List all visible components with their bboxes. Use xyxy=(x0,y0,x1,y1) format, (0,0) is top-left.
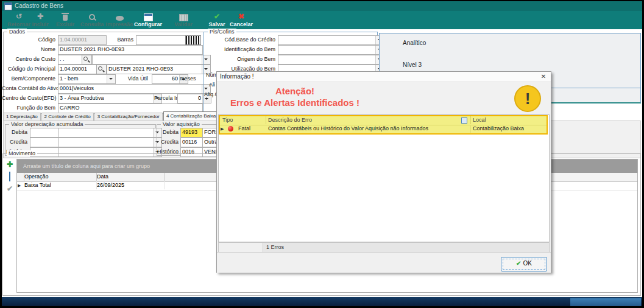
row-marker-icon: ▶ xyxy=(221,125,225,133)
nivel-text: Nível 3 xyxy=(403,61,422,68)
cod-base-credito-label: Cód.Base do Crédito xyxy=(206,37,275,43)
column-header-tipo[interactable]: Tipo xyxy=(220,116,266,124)
conta-contabil-dropdown[interactable]: 0001|Veiculos xyxy=(58,84,211,94)
vida-util-suffix: meses xyxy=(180,75,199,82)
dados-caption: Dados xyxy=(7,29,27,35)
barras-label: Barras xyxy=(105,37,133,43)
configurar-button[interactable]: Configurar xyxy=(131,12,165,29)
dep-debita-dropdown[interactable] xyxy=(58,128,162,138)
alert-text: Atenção! Erros e Alertas Identificados ! xyxy=(218,85,372,108)
fatal-dot-icon xyxy=(228,126,233,131)
cell-descricao: Contas Contábeis ou Histórico do Valor A… xyxy=(266,125,471,133)
valor-aquisicao-caption: Valor aquisição xyxy=(161,121,202,127)
centro-custo-field[interactable]: . . xyxy=(58,55,83,65)
trash-icon xyxy=(63,15,68,21)
status-bar xyxy=(2,297,642,306)
bem-componente-label: Bem/Componente xyxy=(7,75,55,82)
tab-contabilizacao-baixa[interactable]: 4 Contabilização Baixa xyxy=(163,111,219,121)
pis-cofins-caption: Pis/Cofins xyxy=(208,29,236,35)
dep-debita-label: Debita xyxy=(4,129,27,135)
ok-button-label: OK xyxy=(523,260,531,267)
error-footer-bar: 1 Erros xyxy=(218,242,550,253)
notebook-button[interactable] xyxy=(5,172,14,181)
ok-button[interactable]: ✔OK xyxy=(501,257,547,271)
codigo-principal-label: Código do Principal xyxy=(7,66,55,72)
column-header-data[interactable]: Data xyxy=(95,173,165,181)
window-title: Cadastro de Bens xyxy=(15,1,63,11)
identificacao-bem-dropdown[interactable] xyxy=(278,45,384,55)
notebook-icon xyxy=(9,172,10,181)
dep-credita-dropdown[interactable] xyxy=(58,138,162,147)
dialog-title-bar: Informação ! ✕ xyxy=(217,72,551,82)
ok-check-icon: ✔ xyxy=(516,260,521,267)
aq-credita-code-field[interactable]: 00116 xyxy=(180,138,203,147)
funcao-label: Função do Bem xyxy=(7,105,55,111)
cell-data: 26/09/2025 xyxy=(95,181,165,189)
error-highlight-box: Tipo Descrição do Erro Local ▶ Fatal Con… xyxy=(219,115,548,135)
barras-field[interactable] xyxy=(136,35,187,45)
centro-custo-dropdown[interactable] xyxy=(92,55,211,65)
conta-contabil-label: Conta Contábil do Ativo xyxy=(2,85,55,91)
aliq-partial-label: Ali xyxy=(209,82,215,88)
add-row-icon[interactable]: ✚ xyxy=(5,160,14,169)
close-icon[interactable]: ✕ xyxy=(539,72,548,81)
validate-grid-icon xyxy=(179,14,188,21)
codigo-label: Código xyxy=(7,37,55,43)
analitico-text: Analítico xyxy=(403,40,426,46)
barcode-icon[interactable] xyxy=(185,35,201,45)
dep-credita-label: Credita xyxy=(4,139,27,145)
status-bar-segment xyxy=(570,298,641,306)
movimento-caption: Movimento xyxy=(7,150,37,156)
origem-bem-dropdown[interactable] xyxy=(278,55,384,65)
codigo-principal-field[interactable]: 1.04.00001 xyxy=(58,65,98,74)
centro-custo-label: Centro de Custo xyxy=(7,56,55,62)
nome-label: Nome xyxy=(7,46,55,52)
app-icon xyxy=(4,2,12,10)
footer-indicator-cell xyxy=(219,243,263,252)
warning-icon: ! xyxy=(514,85,541,112)
column-header-local[interactable]: Local xyxy=(470,116,547,124)
nome-field[interactable]: DUSTER 2021 RHO-0E93 xyxy=(58,45,203,55)
bem-componente-dropdown[interactable]: 1 - bem xyxy=(58,74,116,84)
dep-credita-field[interactable] xyxy=(30,138,59,147)
alert-line-1: Atenção! xyxy=(218,85,372,97)
codigo-principal-dropdown[interactable]: DUSTER 2021 RHO-0E93 xyxy=(107,65,211,74)
centro-custo-efd-label: Centro de Custo(EFD) xyxy=(2,95,55,101)
origem-bem-label: Origem do Bem xyxy=(206,56,275,62)
identificacao-bem-label: Identificação do Bem xyxy=(206,46,275,52)
dep-debita-field[interactable] xyxy=(30,128,59,138)
error-row[interactable]: ▶ Fatal Contas Contábeis ou Histórico do… xyxy=(220,125,547,133)
printer-icon xyxy=(116,16,124,21)
tab-contabilizacao-fornecedor[interactable]: 3 Contabilização/Fornecedor xyxy=(94,113,163,121)
cancelar-button[interactable]: ✖ Cancelar xyxy=(224,12,258,29)
grid-customize-icon[interactable] xyxy=(461,117,467,124)
valor-depreciacao-caption: Valor depreciação acumulada xyxy=(9,121,85,127)
cell-operacao: Baixa Total xyxy=(23,181,97,189)
validar-button[interactable]: Validar xyxy=(166,12,200,29)
centro-custo-search-icon[interactable] xyxy=(82,55,92,65)
cancel-x-icon: ✖ xyxy=(224,12,258,21)
movimento-mini-toolbar: ✚ ✔ xyxy=(5,160,15,197)
informacao-dialog: Informação ! ✕ Atenção! Erros e Alertas … xyxy=(216,71,551,273)
tab-controle-credito[interactable]: 2 Controle de Crédito xyxy=(41,113,94,121)
tab-depreciacao[interactable]: 1 Depreciação xyxy=(3,113,41,121)
column-header-operacao[interactable]: Operação xyxy=(23,173,97,181)
centro-custo-efd-dropdown[interactable]: 3 - Área Produtiva xyxy=(58,94,162,103)
aq-credita-label: Credita xyxy=(157,139,179,145)
column-header-descricao[interactable]: Descrição do Erro xyxy=(266,116,471,124)
aq-debita-code-field[interactable]: 49193 xyxy=(180,128,203,138)
codigo-field[interactable]: 1.04.00001 xyxy=(58,35,107,45)
error-count: 1 Erros xyxy=(266,243,284,252)
row-marker-icon: ▶ xyxy=(18,181,23,190)
error-grid: Tipo Descrição do Erro Local ▶ Fatal Con… xyxy=(218,114,550,242)
cod-base-credito-dropdown[interactable] xyxy=(278,35,384,45)
search-icon xyxy=(89,14,96,21)
alert-line-2: Erros e Alertas Identificados ! xyxy=(218,97,372,108)
codigo-principal-search-icon[interactable] xyxy=(96,65,107,74)
confirm-check-icon[interactable]: ✔ xyxy=(5,184,14,193)
cell-tipo: Fatal xyxy=(236,125,266,133)
aq-debita-label: Debita xyxy=(157,129,179,135)
dialog-button-bar: ✔OK xyxy=(217,252,551,273)
error-header-row: Tipo Descrição do Erro Local xyxy=(220,116,547,125)
config-window-icon xyxy=(144,13,153,21)
